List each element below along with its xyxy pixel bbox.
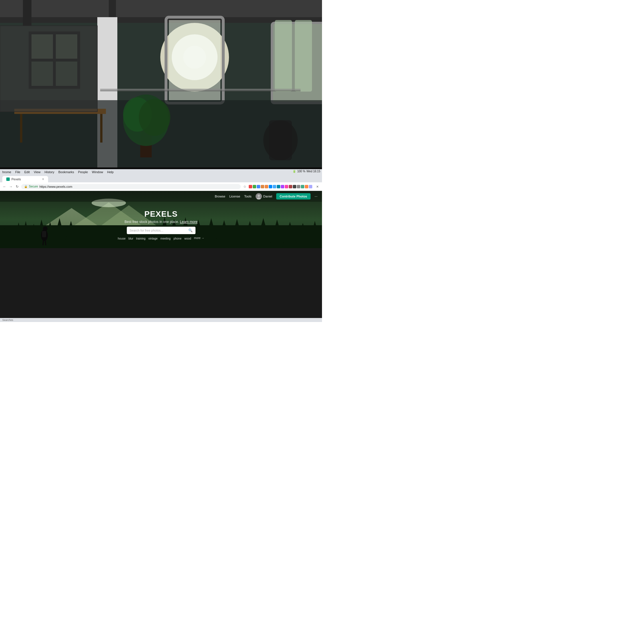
ext-multi1-icon[interactable] [281, 185, 284, 188]
more-button[interactable]: × [315, 184, 320, 189]
hero-content: PEXELS Best free stock photos in one pla… [0, 202, 322, 248]
more-nav-button[interactable]: ··· [315, 194, 317, 198]
pexels-tagline: Best free stock photos in one place. Lea… [125, 220, 197, 224]
ext-gdrive-icon[interactable] [253, 185, 256, 188]
ext-skype-icon[interactable] [277, 185, 280, 188]
search-button[interactable]: 🔍 [188, 228, 193, 232]
tab-title: Pexels [11, 177, 21, 181]
menu-chrome[interactable]: hrome [2, 170, 11, 174]
user-name: Daniel [263, 195, 272, 198]
ext-google-icon[interactable] [273, 185, 276, 188]
ext-notion-icon[interactable] [293, 185, 296, 188]
browser-menubar: hrome File Edit View History Bookmarks P… [0, 169, 116, 175]
menu-edit[interactable]: Edit [24, 170, 30, 174]
contribute-photos-button[interactable]: Contribute Photos [276, 193, 311, 199]
url-text: https://www.pexels.com [39, 185, 72, 188]
battery-percentage: 100 % [297, 170, 305, 173]
menu-bookmarks[interactable]: Bookmarks [58, 170, 74, 174]
ext-multi2-icon[interactable] [285, 185, 288, 188]
address-field[interactable]: 🔒 Secure https://www.pexels.com [21, 184, 241, 189]
pexels-site: Browse License Tools Daniel Contribute P… [0, 191, 322, 248]
forward-button[interactable]: → [9, 184, 13, 189]
ext-calendar-icon[interactable] [257, 185, 260, 188]
menu-history[interactable]: History [45, 170, 54, 174]
svg-rect-33 [100, 90, 301, 91]
search-container[interactable]: Search for free photos... 🔍 [127, 227, 195, 234]
user-menu[interactable]: Daniel [256, 193, 272, 199]
back-button[interactable]: ← [2, 184, 7, 189]
search-suggestions: house blur training vintage meeting phon… [118, 236, 204, 241]
svg-rect-14 [295, 20, 312, 92]
suggestion-wood[interactable]: wood [184, 236, 191, 241]
menu-people[interactable]: People [78, 170, 88, 174]
pexels-hero: Browse License Tools Daniel Contribute P… [0, 191, 322, 248]
menu-view[interactable]: View [34, 170, 41, 174]
svg-rect-30 [31, 62, 53, 86]
svg-rect-18 [100, 114, 102, 143]
svg-rect-13 [275, 20, 292, 92]
ext-medium-icon[interactable] [297, 185, 300, 188]
menu-file[interactable]: File [15, 170, 20, 174]
ext-dropbox-icon[interactable] [269, 185, 272, 188]
suggestion-blur[interactable]: blur [129, 236, 133, 241]
status-searches: Searches [2, 319, 13, 321]
suggestion-training[interactable]: training [136, 236, 146, 241]
tab-favicon [6, 177, 10, 181]
svg-point-68 [258, 195, 260, 197]
ext-pdf-icon[interactable] [289, 185, 292, 188]
ext-vpn-icon[interactable] [265, 185, 268, 188]
svg-rect-32 [100, 89, 301, 90]
secure-icon: 🔒 [24, 185, 27, 188]
menu-help[interactable]: Help [107, 170, 114, 174]
suggestion-vintage[interactable]: vintage [148, 236, 157, 241]
svg-rect-17 [20, 114, 22, 143]
search-placeholder: Search for free photos... [130, 229, 186, 232]
ext-extra-icon[interactable] [305, 185, 308, 188]
ext-settings-icon[interactable] [309, 185, 312, 188]
system-bar: 🔋 100 % Wed 16:15 [291, 169, 322, 173]
svg-rect-20 [269, 120, 292, 160]
menu-window[interactable]: Window [92, 170, 103, 174]
ext-gmail-icon[interactable] [249, 185, 252, 188]
browser-chrome: hrome File Edit View History Bookmarks P… [0, 169, 322, 191]
learn-more-link[interactable]: Learn more [180, 220, 197, 224]
svg-rect-28 [31, 34, 53, 59]
battery-icon: 🔋 [293, 170, 296, 173]
svg-rect-3 [23, 0, 31, 26]
suggestion-house[interactable]: house [118, 236, 126, 241]
svg-point-24 [139, 99, 170, 136]
bookmark-button[interactable]: ☆ [242, 184, 247, 189]
address-bar-row: ← → ↻ 🔒 Secure https://www.pexels.com ☆ [0, 182, 322, 191]
svg-rect-12 [169, 20, 220, 100]
svg-rect-29 [56, 34, 77, 59]
pexels-nav: Browse License Tools Daniel Contribute P… [0, 191, 322, 202]
secure-label: Secure [29, 185, 38, 188]
tab-close-button[interactable]: × [42, 177, 44, 181]
ext-todoist-icon[interactable] [261, 185, 264, 188]
pexels-logo: PEXELS [144, 210, 177, 219]
screen-area: hrome File Edit View History Bookmarks P… [0, 167, 322, 322]
tabs-bar: Pexels × [0, 175, 322, 182]
suggestion-phone[interactable]: phone [173, 236, 181, 241]
suggestion-meeting[interactable]: meeting [161, 236, 171, 241]
user-avatar [256, 193, 262, 199]
status-bar: Searches [0, 318, 322, 322]
menubar-row: hrome File Edit View History Bookmarks P… [0, 169, 322, 175]
refresh-button[interactable]: ↻ [15, 184, 19, 189]
license-nav-item[interactable]: License [229, 195, 240, 198]
active-tab[interactable]: Pexels × [2, 176, 48, 182]
more-suggestions-link[interactable]: more → [194, 236, 204, 241]
clock: Wed 16:15 [307, 170, 320, 173]
tools-nav-item[interactable]: Tools [244, 195, 252, 198]
ext-grammarly-icon[interactable] [301, 185, 304, 188]
svg-rect-31 [56, 62, 77, 86]
extensions-row [249, 185, 312, 188]
browse-nav-item[interactable]: Browse [215, 195, 226, 198]
